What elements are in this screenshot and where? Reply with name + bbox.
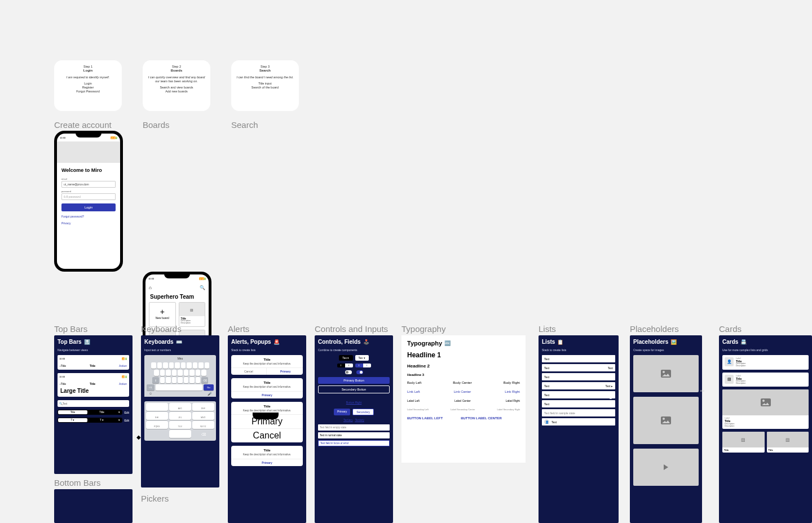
alert-two-button: TitleKeep the description short and info… bbox=[231, 355, 303, 375]
team-title: Superhero Team bbox=[145, 292, 209, 302]
panel-alerts: Alerts, Popups🚨 Stack to create lists Ti… bbox=[228, 335, 306, 523]
step-card-3: Step 3 Search I can find the board I nee… bbox=[231, 60, 299, 111]
segmented-control[interactable]: Title Title ▾ bbox=[58, 410, 122, 415]
label-keyboards: Keyboards bbox=[141, 324, 182, 334]
home-icon[interactable]: ⌂ bbox=[149, 285, 152, 290]
label-bottombars: Bottom Bars bbox=[54, 478, 101, 487]
image-icon bbox=[661, 416, 671, 424]
email-field[interactable]: ui_name@prov.dom bbox=[61, 181, 116, 188]
placeholder-4-3 bbox=[633, 397, 699, 444]
avatar-icon: 👤 bbox=[725, 357, 734, 366]
card-icon: 📇 bbox=[740, 339, 747, 345]
password-field[interactable]: 6-8 password bbox=[61, 193, 116, 200]
phone-login: 10:33 Welcome to Miro email ui_name@prov… bbox=[54, 131, 123, 272]
alert-stacked: TitleKeep the description short and info… bbox=[231, 402, 303, 442]
search-field[interactable]: 🔍 Text▾ bbox=[58, 400, 129, 407]
list-item-sample[interactable]: Text field in sample state bbox=[542, 409, 615, 416]
label-typography: Typography bbox=[401, 324, 445, 334]
image-icon: ▨ bbox=[725, 375, 734, 384]
panel-keyboards: Keyboards⌨️ Input text or numbers Miro Q… bbox=[141, 335, 219, 487]
label-search: Search bbox=[231, 120, 258, 130]
label-lists: Lists bbox=[539, 324, 556, 334]
text-field-focus[interactable]: Text field in focus or error bbox=[318, 440, 390, 446]
panel-controls: Controls, Fields🕹️ Combine to create com… bbox=[315, 335, 393, 523]
label-placeholders: Placeholders bbox=[630, 324, 679, 334]
panel-topbars: Top Bars🔝 Navigate between views 10:33📶🔋… bbox=[54, 335, 133, 474]
avatar-icon: 👤 bbox=[544, 419, 549, 424]
panel-placeholders: Placeholders🖼️ Create space for images 1… bbox=[630, 335, 702, 523]
alert-one-button: TitleKeep the description short and info… bbox=[231, 378, 303, 398]
picture-icon: 🖼️ bbox=[670, 339, 677, 345]
step-card-1: Step 1 Login I am required to identify m… bbox=[54, 60, 122, 111]
list-item[interactable]: TextText bbox=[542, 364, 615, 371]
label-create-account: Create account bbox=[54, 120, 112, 130]
card-small[interactable]: ▨ Title bbox=[767, 432, 809, 453]
topbar-sample: 10:33📶🔋 ‹ TitleTitleAction bbox=[58, 355, 129, 370]
list-item[interactable]: TextText ▸ bbox=[542, 382, 615, 389]
login-hero bbox=[57, 141, 120, 163]
placeholder-video bbox=[633, 449, 699, 486]
text-field-normal[interactable]: Text in normal state bbox=[318, 432, 390, 438]
image-icon bbox=[761, 398, 771, 406]
joystick-icon: 🕹️ bbox=[363, 339, 369, 345]
card-avatar[interactable]: 👤 LabelTitleDescription Description bbox=[722, 355, 809, 370]
topbar-large-sample: 10:33📶🔋 ‹ TitleTitleAction Large Title bbox=[58, 373, 129, 397]
board-card[interactable]: ▨TitleDescription Description bbox=[179, 302, 206, 327]
card-large[interactable]: LabelTitleDescription Description bbox=[722, 389, 809, 429]
panel-lists: Lists📋 Stack to create lists Text TextTe… bbox=[539, 335, 619, 523]
step-card-2: Step 2 Boards I can quickly overview and… bbox=[143, 60, 210, 111]
alert-icon: 🚨 bbox=[273, 339, 280, 345]
list-item-toggle[interactable]: Text bbox=[542, 391, 615, 398]
secondary-button[interactable]: Secondary Button bbox=[318, 385, 390, 393]
list-item[interactable]: Text bbox=[542, 373, 615, 380]
alert-single: TitleKeep the description short and info… bbox=[231, 446, 303, 466]
placeholder-16-9 bbox=[633, 355, 699, 392]
login-title: Welcome to Miro bbox=[61, 167, 116, 173]
primary-button[interactable]: Primary Button bbox=[318, 377, 390, 384]
image-icon: ▨ bbox=[190, 308, 193, 312]
qwerty-keyboard[interactable]: Miro QWERTYUIOP ASDFGHJKL ⇧ZXCVBNM⌫ !#11… bbox=[144, 355, 216, 397]
label-controls: Controls and Inputs bbox=[315, 324, 388, 334]
clipboard-icon: 📋 bbox=[557, 339, 563, 345]
diamond-handle: ◆ bbox=[136, 434, 141, 440]
panel-cards: Cards📇 Use for more complex lists and gr… bbox=[719, 335, 812, 523]
play-icon bbox=[664, 464, 668, 470]
panel-bottombars bbox=[54, 489, 133, 523]
list-item-avatar[interactable]: 👤Text bbox=[542, 418, 615, 426]
label-topbars: Top Bars bbox=[54, 324, 87, 334]
label-cards: Cards bbox=[719, 324, 742, 334]
toggle-on[interactable] bbox=[356, 370, 363, 374]
kb2-row-1: QWERTYUIOP bbox=[145, 362, 215, 369]
label-boards: Boards bbox=[143, 120, 170, 130]
keyboard-icon: ⌨️ bbox=[176, 339, 182, 345]
numpad[interactable]: 1 2ABC3DEF 4GHI5JKL6MNO 7PQRS8TUV9WXYZ 0… bbox=[144, 401, 216, 441]
toggle-off[interactable] bbox=[345, 370, 352, 374]
search-icon[interactable]: 🔍 bbox=[200, 285, 205, 290]
image-icon: ▨ bbox=[785, 437, 790, 442]
panel-typography: Typography🔤 Headline 1 Headline 2 Headli… bbox=[401, 335, 526, 463]
image-icon: ▨ bbox=[741, 437, 745, 442]
new-board-button[interactable]: +New board bbox=[149, 302, 176, 327]
image-icon bbox=[661, 370, 671, 378]
segmented-control[interactable]: T ▾ T ▾ ▾ bbox=[58, 418, 122, 423]
label-alerts: Alerts bbox=[228, 324, 249, 334]
text-field-empty[interactable]: Text field in empty state bbox=[318, 424, 390, 431]
card-small[interactable]: ▨ Title bbox=[722, 432, 765, 453]
card-image[interactable]: ▨ LabelTitleDescription Description bbox=[722, 373, 809, 387]
forgot-link[interactable]: Forgot password? bbox=[61, 215, 116, 218]
label-pickers: Pickers bbox=[141, 494, 169, 503]
login-button[interactable]: Login bbox=[61, 203, 116, 211]
abc-icon: 🔤 bbox=[444, 340, 451, 346]
topbar-icon: 🔝 bbox=[84, 339, 90, 345]
list-item[interactable]: Text bbox=[542, 400, 615, 407]
status-icons bbox=[111, 136, 117, 139]
privacy-link[interactable]: Privacy bbox=[61, 221, 116, 225]
kb2-row-2: ASDFGHJKL bbox=[145, 370, 215, 376]
list-item[interactable]: Text bbox=[542, 355, 615, 362]
kb2-row-3: ⇧ZXCVBNM⌫ bbox=[145, 377, 215, 383]
status-time: 10:33 bbox=[60, 136, 65, 139]
